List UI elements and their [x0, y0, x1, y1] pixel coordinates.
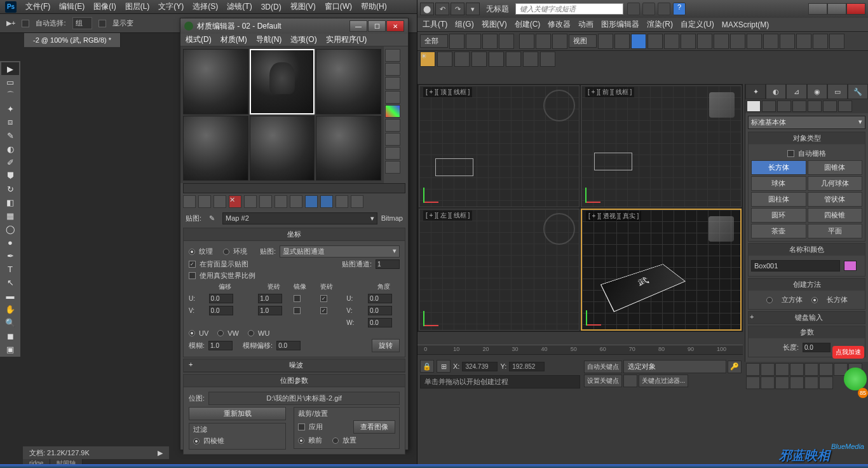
named-sel-icon[interactable]	[697, 34, 712, 49]
vw-radio[interactable]	[217, 330, 224, 336]
select-name-icon[interactable]	[466, 34, 481, 49]
rotate-icon[interactable]	[536, 34, 551, 49]
orbit-icon[interactable]	[804, 376, 818, 389]
signin-icon[interactable]	[642, 3, 655, 15]
apply-checkbox[interactable]	[298, 423, 305, 430]
go-parent-icon[interactable]	[336, 195, 348, 208]
ps-menu-image[interactable]: 图像(I)	[93, 1, 116, 12]
motion-tab[interactable]: ◉	[807, 84, 827, 99]
minimize-button[interactable]: —	[349, 20, 367, 32]
spinner-snap-icon[interactable]	[681, 34, 696, 49]
max-menu-grapheditor[interactable]: 图形编辑器	[601, 19, 639, 30]
vp-top-label[interactable]: [ + ][ 顶 ][ 线框 ]	[423, 87, 472, 97]
max-menu-customize[interactable]: 自定义(U)	[681, 19, 714, 30]
sphere-button[interactable]: 球体	[751, 176, 806, 191]
maximize-button[interactable]: ☐	[368, 20, 386, 32]
cameras-tab[interactable]	[792, 100, 806, 112]
viewport-top[interactable]: [ + ][ 顶 ][ 线框 ]	[419, 85, 580, 207]
object-color-swatch[interactable]	[844, 261, 857, 271]
v-mirror-checkbox[interactable]	[294, 307, 301, 314]
u-offset-spinner[interactable]	[209, 294, 233, 303]
select-icon[interactable]	[449, 34, 465, 49]
mirror-icon[interactable]	[714, 34, 729, 49]
render-icon[interactable]	[829, 34, 844, 49]
ps-menu-type[interactable]: 文字(Y)	[158, 1, 184, 12]
history-brush-tool[interactable]: ↻	[1, 182, 19, 195]
key-filter-dropdown[interactable]: 选定对象	[623, 360, 726, 373]
pyramid-radio[interactable]	[193, 438, 200, 444]
make-copy-icon[interactable]	[244, 195, 257, 208]
chevron-right-icon[interactable]: ▶	[158, 449, 163, 457]
noise-rollout-header[interactable]: +噪波	[184, 359, 405, 372]
angle-snap-icon[interactable]	[648, 34, 663, 49]
mat-menu-util[interactable]: 实用程序(U)	[326, 34, 367, 45]
brush-tool[interactable]: ✐	[1, 156, 19, 169]
ribbon-icon-5[interactable]	[489, 52, 504, 67]
next-frame-icon[interactable]	[790, 363, 804, 376]
uv-radio[interactable]	[189, 330, 195, 336]
mat-sample-scrollbar[interactable]	[183, 183, 405, 193]
max-timeline-ruler[interactable]: 0 10 20 30 40 50 60 70 80 90 100	[417, 345, 743, 355]
vp-compass-icon[interactable]	[543, 90, 575, 121]
mat-sample-slot-3[interactable]	[316, 49, 381, 114]
mapping-dropdown[interactable]: 显式贴图通道▾	[280, 245, 400, 258]
dodge-tool[interactable]: ●	[1, 236, 19, 249]
scale-icon[interactable]	[552, 34, 567, 49]
max-titlebar[interactable]: ⬤ ↶ ↷ ▾ 无标题 ?	[417, 0, 868, 18]
ribbon-icon-3[interactable]	[454, 52, 470, 67]
favorites-icon[interactable]	[658, 3, 670, 15]
ribbon-icon-7[interactable]	[523, 52, 538, 67]
box-radio[interactable]	[811, 297, 818, 303]
show-end-result-icon[interactable]	[320, 195, 333, 208]
stamp-tool[interactable]: ⛊	[1, 169, 19, 182]
max-close-button[interactable]	[846, 3, 865, 15]
create-method-header[interactable]: 创建方法	[749, 279, 865, 291]
reset-icon[interactable]: ✕	[229, 195, 241, 208]
mat-sample-slot-2[interactable]	[250, 49, 315, 114]
object-type-header[interactable]: 对象类型	[749, 132, 865, 144]
ps-menu-view[interactable]: 视图(V)	[290, 1, 316, 12]
color-swatch-tool[interactable]: ◼	[1, 329, 19, 342]
max-menu-group[interactable]: 组(G)	[455, 19, 473, 30]
show-in-vp-icon[interactable]	[305, 195, 318, 208]
u-tile-checkbox[interactable]: ✓	[320, 295, 327, 302]
shapes-tab[interactable]	[762, 100, 776, 112]
goto-end-icon[interactable]	[804, 363, 818, 376]
max-menu-view[interactable]: 视图(V)	[482, 19, 507, 30]
cylinder-button[interactable]: 圆柱体	[751, 192, 806, 207]
material-editor-icon[interactable]	[796, 34, 811, 49]
ps-menu-filter[interactable]: 滤镜(T)	[227, 1, 252, 12]
accelerate-badge[interactable]: 点我加速	[832, 346, 864, 359]
close-button[interactable]: ✕	[386, 20, 404, 32]
lasso-tool[interactable]: ⌒	[1, 89, 19, 102]
ref-coord-dropdown[interactable]: 视图	[569, 34, 597, 48]
ps-menu-edit[interactable]: 编辑(E)	[59, 1, 85, 12]
viewcube-icon[interactable]	[709, 92, 735, 118]
create-tab[interactable]: ✦	[745, 84, 766, 99]
show-transform-checkbox[interactable]	[98, 20, 106, 27]
u-angle-spinner[interactable]	[368, 294, 392, 303]
teapot-button[interactable]: 茶壶	[751, 224, 806, 238]
mat-sample-slot-6[interactable]	[316, 116, 381, 181]
helpers-tab[interactable]	[808, 100, 822, 112]
name-color-header[interactable]: 名称和颜色	[749, 244, 865, 256]
ribbon-icon-2[interactable]	[437, 52, 452, 67]
get-material-icon[interactable]	[183, 195, 196, 208]
mat-sample-slot-4[interactable]	[183, 116, 248, 181]
ps-menu-file[interactable]: 文件(F)	[25, 1, 50, 12]
assistant-icon[interactable]	[844, 368, 867, 390]
map-channel-spinner[interactable]	[376, 259, 400, 269]
mat-menu-nav[interactable]: 导航(N)	[256, 34, 282, 45]
hand-tool[interactable]: ✋	[1, 303, 19, 315]
map-name-field[interactable]: Map #2▾	[222, 212, 377, 224]
crop-place-radio[interactable]	[332, 437, 339, 444]
mat-titlebar[interactable]: 材质编辑器 - 02 - Default — ☐ ✕	[180, 18, 408, 34]
pen-tool[interactable]: ✒	[1, 249, 19, 262]
max-search-input[interactable]	[515, 3, 623, 15]
max-minimize-button[interactable]	[808, 3, 827, 15]
vp-persp-label[interactable]: [ + ][ 透视 ][ 真实 ]	[586, 211, 641, 221]
blur-offset-spinner[interactable]	[276, 341, 301, 350]
background-icon[interactable]	[385, 77, 400, 90]
heal-tool[interactable]: ◐	[1, 142, 19, 155]
coord-rollout-header[interactable]: 坐标	[184, 228, 405, 241]
